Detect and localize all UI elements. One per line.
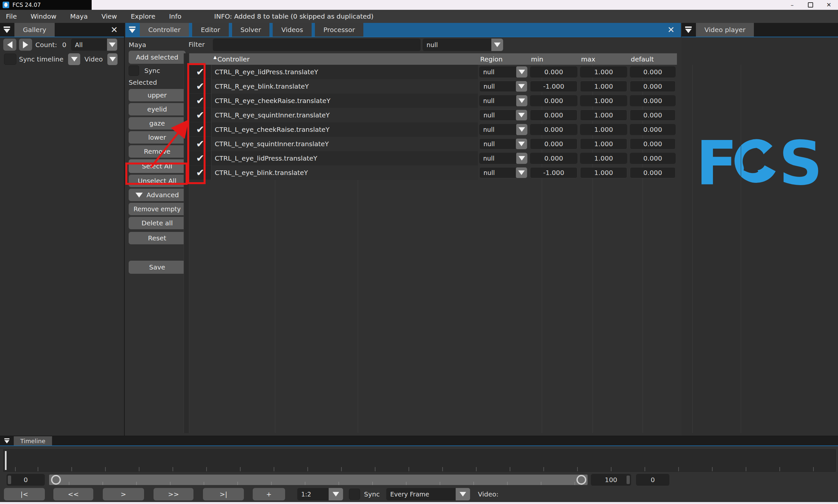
- region-select[interactable]: null: [479, 167, 527, 178]
- chevron-down-icon[interactable]: [516, 153, 527, 164]
- row-checkbox[interactable]: ✔: [189, 165, 211, 180]
- group-lower-button[interactable]: lower: [129, 131, 186, 144]
- sync-timeline-dropdown[interactable]: [68, 53, 80, 65]
- chevron-down-icon[interactable]: [107, 39, 117, 51]
- row-checkbox[interactable]: ✔: [189, 137, 211, 151]
- controller-name[interactable]: CTRL_L_eye_blink.translateY: [211, 165, 478, 180]
- video-dropdown[interactable]: [107, 53, 118, 65]
- default-value[interactable]: 0.000: [630, 167, 676, 178]
- chevron-down-icon[interactable]: [516, 124, 527, 135]
- menu-maya[interactable]: Maya: [70, 13, 88, 20]
- step-ratio-select[interactable]: 1:2: [297, 488, 343, 500]
- default-value[interactable]: 0.000: [630, 110, 676, 121]
- min-value[interactable]: 0.000: [530, 124, 577, 135]
- row-checkbox[interactable]: ✔: [189, 93, 211, 108]
- max-value[interactable]: 1.000: [580, 138, 627, 149]
- chevron-down-icon[interactable]: [516, 66, 527, 77]
- delete-all-button[interactable]: Delete all: [129, 217, 186, 229]
- region-select[interactable]: null: [479, 138, 527, 149]
- chevron-down-icon[interactable]: [516, 95, 527, 106]
- tab-gallery[interactable]: Gallery: [14, 23, 55, 37]
- region-select[interactable]: null: [479, 110, 527, 121]
- tab-solver[interactable]: Solver: [232, 23, 270, 37]
- column-max[interactable]: max: [579, 55, 629, 63]
- sync-checkbox[interactable]: [129, 66, 139, 76]
- gallery-filter-select[interactable]: All: [71, 39, 117, 51]
- table-row[interactable]: ✔ CTRL_L_eye_squintInner.translateY null…: [189, 137, 677, 151]
- range-end-field[interactable]: 100: [591, 474, 631, 486]
- controller-name[interactable]: CTRL_L_eye_lidPress.translateY: [211, 151, 478, 165]
- filter-input[interactable]: [213, 39, 421, 51]
- row-checkbox[interactable]: ✔: [189, 79, 211, 93]
- go-to-end-button[interactable]: >|: [203, 488, 244, 500]
- play-button[interactable]: >: [103, 488, 144, 500]
- save-button[interactable]: Save: [129, 261, 186, 274]
- region-select[interactable]: null: [479, 95, 527, 106]
- spin-handle[interactable]: [8, 475, 11, 484]
- controller-name[interactable]: CTRL_R_eye_blink.translateY: [211, 79, 478, 93]
- tab-video-player[interactable]: Video player: [696, 23, 754, 37]
- go-to-start-button[interactable]: |<: [4, 488, 45, 500]
- min-value[interactable]: 0.000: [530, 110, 577, 121]
- reset-button[interactable]: Reset: [129, 232, 186, 244]
- group-eyelid-button[interactable]: eyelid: [129, 103, 186, 115]
- step-forward-button[interactable]: >>: [154, 488, 193, 500]
- default-value[interactable]: 0.000: [630, 153, 676, 164]
- menu-window[interactable]: Window: [31, 13, 56, 20]
- controller-name[interactable]: CTRL_L_eye_squintInner.translateY: [211, 137, 478, 151]
- chevron-down-icon[interactable]: [329, 488, 343, 500]
- spin-handle[interactable]: [627, 475, 630, 484]
- remove-button[interactable]: Remove: [129, 145, 186, 158]
- select-all-button[interactable]: Select All: [129, 159, 186, 173]
- max-value[interactable]: 1.000: [580, 167, 627, 178]
- row-checkbox[interactable]: ✔: [189, 65, 211, 79]
- max-value[interactable]: 1.000: [580, 110, 627, 121]
- table-row[interactable]: ✔ CTRL_L_eye_blink.translateY null -1.00…: [189, 165, 677, 180]
- row-checkbox[interactable]: ✔: [189, 108, 211, 122]
- table-row[interactable]: ✔ CTRL_R_eye_blink.translateY null -1.00…: [189, 79, 677, 93]
- controller-name[interactable]: CTRL_R_eye_lidPress.translateY: [211, 65, 478, 79]
- min-value[interactable]: -1.000: [530, 81, 577, 92]
- close-button[interactable]: ✕: [820, 0, 838, 10]
- table-row[interactable]: ✔ CTRL_L_eye_lidPress.translateY null 0.…: [189, 151, 677, 165]
- controller-name[interactable]: CTRL_R_eye_squintInner.translateY: [211, 108, 478, 122]
- panel-menu-icon[interactable]: [128, 25, 137, 34]
- step-back-button[interactable]: <<: [53, 488, 93, 500]
- table-scrollbar-groove[interactable]: [184, 53, 189, 433]
- default-value[interactable]: 0.000: [630, 138, 676, 149]
- tab-controller[interactable]: Controller: [140, 23, 189, 37]
- range-end-handle[interactable]: [576, 475, 586, 485]
- region-select[interactable]: null: [479, 81, 527, 92]
- tab-timeline[interactable]: Timeline: [14, 436, 52, 446]
- group-upper-button[interactable]: upper: [129, 89, 186, 102]
- sync-playback-checkbox[interactable]: [349, 489, 360, 500]
- chevron-down-icon[interactable]: [516, 167, 527, 178]
- remove-empty-button[interactable]: Remove empty: [129, 203, 186, 215]
- default-value[interactable]: 0.000: [630, 124, 676, 135]
- min-value[interactable]: 0.000: [530, 66, 577, 77]
- chevron-down-icon[interactable]: [516, 110, 527, 120]
- tab-processor[interactable]: Processor: [315, 23, 363, 37]
- add-selected-button[interactable]: Add selected: [129, 51, 186, 64]
- panel-menu-icon[interactable]: [3, 25, 11, 34]
- menu-info[interactable]: Info: [169, 13, 181, 20]
- region-select[interactable]: null: [479, 124, 527, 135]
- default-value[interactable]: 0.000: [630, 95, 676, 106]
- row-checkbox[interactable]: ✔: [189, 122, 211, 137]
- close-icon[interactable]: ✕: [664, 23, 678, 37]
- chevron-down-icon[interactable]: [516, 81, 527, 92]
- default-value[interactable]: 0.000: [630, 66, 676, 77]
- default-value[interactable]: 0.000: [630, 81, 676, 92]
- max-value[interactable]: 1.000: [580, 66, 627, 77]
- unselect-all-button[interactable]: Unselect All: [129, 175, 186, 187]
- column-controller[interactable]: ▲ Controller: [211, 55, 478, 63]
- timeline-track[interactable]: [3, 449, 836, 472]
- range-start-handle[interactable]: [51, 475, 61, 485]
- tab-videos[interactable]: Videos: [273, 23, 311, 37]
- advanced-button[interactable]: Advanced: [129, 189, 186, 201]
- region-select[interactable]: null: [479, 153, 527, 164]
- frame-range-slider[interactable]: [49, 474, 588, 485]
- sync-mode-select[interactable]: Every Frame: [386, 488, 470, 500]
- max-value[interactable]: 1.000: [580, 124, 627, 135]
- next-button[interactable]: [19, 39, 32, 51]
